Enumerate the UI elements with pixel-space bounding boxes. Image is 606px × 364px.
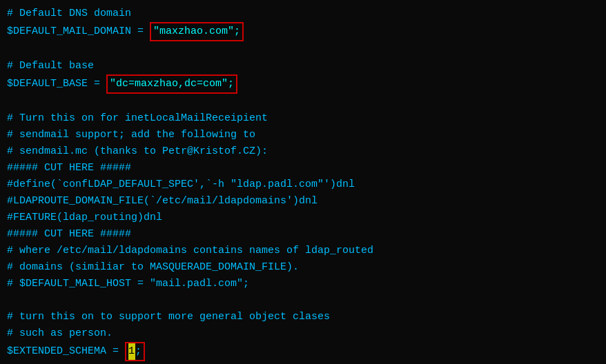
- line-21-prefix: $EXTENDED_SCHEMA =: [7, 343, 125, 360]
- line-5-prefix: $DEFAULT_BASE =: [7, 76, 106, 92]
- line-9: # sendmail.mc (thanks to Petr@Kristof.CZ…: [7, 143, 599, 160]
- highlight-box-1: "maxzhao.com";: [150, 22, 244, 41]
- line-18-blank: [7, 292, 599, 309]
- line-2: $DEFAULT_MAIL_DOMAIN = "maxzhao.com";: [7, 22, 599, 41]
- line-14: ##### CUT HERE #####: [7, 226, 599, 243]
- line-16-text: # domains (similiar to MASQUERADE_DOMAIN…: [7, 259, 299, 276]
- line-7: # Turn this on for inetLocalMailReceipie…: [7, 110, 599, 127]
- line-7-text: # Turn this on for inetLocalMailReceipie…: [7, 110, 268, 127]
- line-16: # domains (similiar to MASQUERADE_DOMAIN…: [7, 259, 599, 276]
- line-3-blank: [7, 41, 599, 58]
- line-11: #define(`confLDAP_DEFAULT_SPEC',`-h "lda…: [7, 176, 599, 193]
- line-10-text: ##### CUT HERE #####: [7, 160, 131, 176]
- line-8: # sendmail support; add the following to: [7, 127, 599, 143]
- code-editor: # Default DNS domain $DEFAULT_MAIL_DOMAI…: [0, 0, 606, 364]
- highlight-box-2: "dc=maxzhao,dc=com";: [106, 74, 237, 94]
- line-12: #LDAPROUTE_DOMAIN_FILE(`/etc/mail/ldapdo…: [7, 193, 599, 210]
- line-17-text: # $DEFAULT_MAIL_HOST = "mail.padl.com";: [7, 276, 249, 292]
- line-17: # $DEFAULT_MAIL_HOST = "mail.padl.com";: [7, 276, 599, 292]
- line-1-text: # Default DNS domain: [7, 6, 131, 22]
- line-11-text: #define(`confLDAP_DEFAULT_SPEC',`-h "lda…: [7, 176, 355, 193]
- line-4-text: # Default base: [7, 58, 94, 74]
- highlight-box-3: 1;: [125, 342, 145, 361]
- highlight-1-value: "maxzhao.com";: [153, 23, 240, 40]
- line-6-blank: [7, 94, 599, 110]
- line-1: # Default DNS domain: [7, 6, 599, 22]
- line-14-text: ##### CUT HERE #####: [7, 226, 131, 243]
- line-13: #FEATURE(ldap_routing)dnl: [7, 210, 599, 226]
- line-21: $EXTENDED_SCHEMA = 1;: [7, 342, 599, 361]
- line-20: # such as person.: [7, 325, 599, 342]
- highlight-2-value: "dc=maxzhao,dc=com";: [110, 76, 234, 92]
- line-8-text: # sendmail support; add the following to: [7, 127, 255, 143]
- line-21-suffix: ;: [135, 343, 141, 360]
- line-2-prefix: $DEFAULT_MAIL_DOMAIN =: [7, 23, 150, 40]
- line-13-text: #FEATURE(ldap_routing)dnl: [7, 210, 162, 226]
- line-19-text: # turn this on to support more general o…: [7, 309, 330, 325]
- line-15-text: # where /etc/mail/ldapdomains contains n…: [7, 243, 373, 259]
- line-12-text: #LDAPROUTE_DOMAIN_FILE(`/etc/mail/ldapdo…: [7, 193, 317, 210]
- line-9-text: # sendmail.mc (thanks to Petr@Kristof.CZ…: [7, 143, 268, 160]
- line-20-text: # such as person.: [7, 325, 113, 342]
- line-10: ##### CUT HERE #####: [7, 160, 599, 176]
- cursor[interactable]: 1: [128, 343, 135, 360]
- line-15: # where /etc/mail/ldapdomains contains n…: [7, 243, 599, 259]
- line-19: # turn this on to support more general o…: [7, 309, 599, 325]
- line-4: # Default base: [7, 58, 599, 74]
- line-5: $DEFAULT_BASE = "dc=maxzhao,dc=com";: [7, 74, 599, 94]
